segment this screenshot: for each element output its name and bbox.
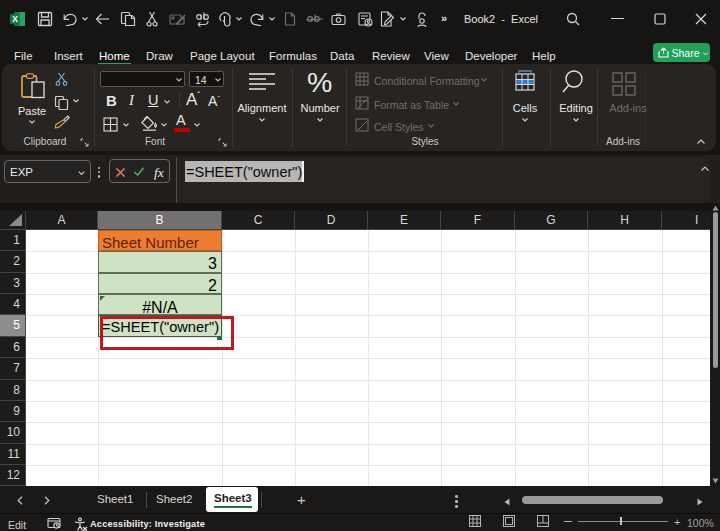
svg-text:X: X bbox=[12, 14, 18, 24]
